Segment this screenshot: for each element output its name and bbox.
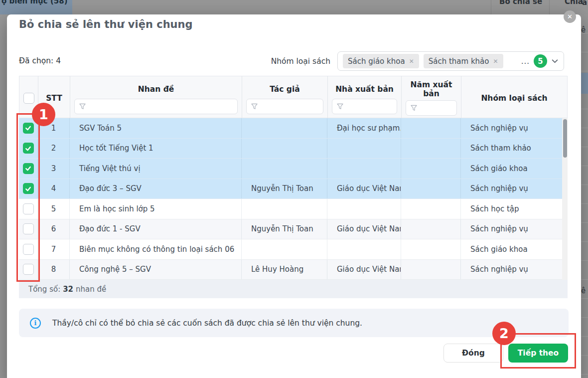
screen: ọ biên mục (58) Bỏ chia sẻ Chia a ê ê Bỏ… <box>0 0 588 378</box>
table-body: 1SGV Toán 5Đại học sư phạm...Sách nghiệp… <box>19 118 562 280</box>
year-filter-input[interactable] <box>406 100 457 116</box>
title-filter-input[interactable] <box>74 99 238 114</box>
cell-group: Sách nghiệp vụ <box>461 260 562 280</box>
cell-year <box>401 260 461 280</box>
remove-tag-icon[interactable]: ✕ <box>493 58 498 65</box>
funnel-icon <box>251 103 258 110</box>
remove-tag-icon[interactable]: ✕ <box>409 58 414 65</box>
total-prefix: Tổng số: <box>28 285 60 294</box>
backdrop-partial-text: ê <box>581 25 586 34</box>
chevron-down-icon[interactable] <box>551 57 559 65</box>
cell-publisher: Giáo dục Việt Nam <box>327 219 401 239</box>
cell-title: Học tốt Tiếng Việt 1 <box>70 139 242 159</box>
backdrop-active-tab: ọ biên mục (58) <box>0 0 72 14</box>
funnel-icon <box>79 103 86 110</box>
cell-group: Sách học tập <box>461 199 562 219</box>
funnel-icon <box>337 103 343 110</box>
cell-title: Đạo đức 3 – SGV <box>70 179 242 199</box>
header-stt: STT <box>38 76 70 120</box>
row-checkbox[interactable] <box>23 203 34 214</box>
header-title: Nhan đề <box>70 76 242 120</box>
backdrop-unshare-button: Bỏ chia sẻ <box>499 0 542 6</box>
table-row[interactable]: 1SGV Toán 5Đại học sư phạm...Sách nghiệp… <box>19 118 562 139</box>
info-icon: i <box>30 318 41 329</box>
cell-stt: 4 <box>38 179 70 199</box>
row-checkbox[interactable] <box>23 183 34 194</box>
cell-year <box>401 159 461 179</box>
info-banner: i Thầy/cô chỉ có thể bỏ chia sẻ các cuốn… <box>19 309 569 337</box>
backdrop-divider <box>491 0 491 14</box>
row-checkbox-cell <box>19 139 38 159</box>
cell-author <box>242 239 327 259</box>
row-checkbox[interactable] <box>23 264 34 275</box>
cell-title: Công nghệ 5 – SGV <box>70 260 242 280</box>
cell-group: Sách giáo khoa <box>461 159 562 179</box>
table-row[interactable]: 7Biên mục không có thông tin loại sách 0… <box>19 239 562 260</box>
filter-tag[interactable]: Sách tham khảo ✕ <box>424 54 503 68</box>
header-year: Năm xuất bản <box>402 76 461 120</box>
cell-year <box>401 139 461 159</box>
publisher-filter-input[interactable] <box>332 99 397 114</box>
funnel-icon <box>411 105 417 111</box>
table-row[interactable]: 8Công nghệ 5 – SGVLê Huy HoàngGiáo dục V… <box>19 260 562 280</box>
row-checkbox-cell <box>19 179 38 199</box>
row-checkbox[interactable] <box>23 223 34 234</box>
row-checkbox-cell <box>19 260 38 280</box>
table-row[interactable]: 4Đạo đức 3 – SGVNguyễn Thị ToanGiáo dục … <box>19 179 562 199</box>
cell-title: Đạo đức 1 - SGV <box>70 219 242 239</box>
cell-author: Lê Huy Hoàng <box>242 260 327 280</box>
cell-author <box>242 159 327 179</box>
author-filter-input[interactable] <box>246 99 323 114</box>
table-header: STT Nhan đề Tác giả Nhà xuất bản <box>19 76 568 118</box>
table-row[interactable]: 6Đạo đức 1 - SGVNguyễn Thị ToanGiáo dục … <box>19 219 562 240</box>
header-publisher: Nhà xuất bản <box>328 76 402 120</box>
row-checkbox[interactable] <box>23 123 34 134</box>
select-all-checkbox[interactable] <box>23 93 34 104</box>
table-row[interactable]: 2Học tốt Tiếng Việt 1Sách tham khảo <box>19 139 562 159</box>
cell-stt: 7 <box>38 239 70 259</box>
row-checkbox-cell <box>19 239 38 259</box>
cell-stt: 2 <box>38 139 70 159</box>
total-suffix: nhan đề <box>76 285 106 294</box>
cell-year <box>401 219 461 239</box>
cell-title: Tiếng Việt thú vị <box>70 159 242 179</box>
row-checkbox[interactable] <box>23 143 34 154</box>
cell-group: Sách tham khảo <box>461 139 562 159</box>
cell-year <box>401 179 461 199</box>
cell-group: Sách nghiệp vụ <box>461 219 562 239</box>
book-group-filter-label: Nhóm loại sách <box>266 57 330 66</box>
backdrop-divider <box>549 0 550 14</box>
close-icon[interactable]: ✕ <box>564 10 576 23</box>
total-count: 32 <box>63 285 73 294</box>
book-group-multiselect[interactable]: Sách giáo khoa ✕ Sách tham khảo ✕ ... 5 <box>337 51 564 71</box>
modal-title: Bỏ chia sẻ lên thư viện chung <box>19 18 193 30</box>
header-group: Nhóm loại sách <box>461 76 567 120</box>
backdrop-partial-text: a <box>582 0 587 7</box>
cell-publisher: Đại học sư phạm... <box>327 118 401 138</box>
cell-publisher <box>327 159 401 179</box>
header-author: Tác giả <box>242 76 328 120</box>
cell-author <box>242 139 327 159</box>
filter-tag[interactable]: Sách giáo khoa ✕ <box>343 54 419 68</box>
table-row[interactable]: 3Tiếng Việt thú vịSách giáo khoa <box>19 159 562 179</box>
cell-group: Sách nghiệp vụ <box>461 179 562 199</box>
table-scrollbar <box>562 118 568 280</box>
backdrop-top-bar: ọ biên mục (58) Bỏ chia sẻ Chia a <box>0 0 588 14</box>
table-row[interactable]: 5Em là học sinh lớp 5Sách học tập <box>19 199 562 219</box>
cell-group: Sách giáo khoa <box>461 239 562 259</box>
cell-publisher <box>327 239 401 259</box>
backdrop-right-strip: ê ê <box>581 14 588 378</box>
close-button[interactable]: Đóng <box>443 344 503 363</box>
backdrop-partial-text: ê <box>581 286 586 295</box>
cell-group: Sách nghiệp vụ <box>461 118 562 138</box>
cell-title: Biên mục không có thông tin loại sách 06 <box>70 239 242 259</box>
cell-stt: 1 <box>38 118 70 138</box>
backdrop-share-button: Chia <box>565 0 583 6</box>
cell-year <box>401 199 461 219</box>
backdrop-highlighted-row <box>581 73 588 94</box>
cell-stt: 5 <box>38 199 70 219</box>
scrollbar-thumb[interactable] <box>563 119 567 158</box>
next-button[interactable]: Tiếp theo <box>508 344 568 363</box>
row-checkbox[interactable] <box>23 163 34 174</box>
row-checkbox[interactable] <box>23 244 34 255</box>
